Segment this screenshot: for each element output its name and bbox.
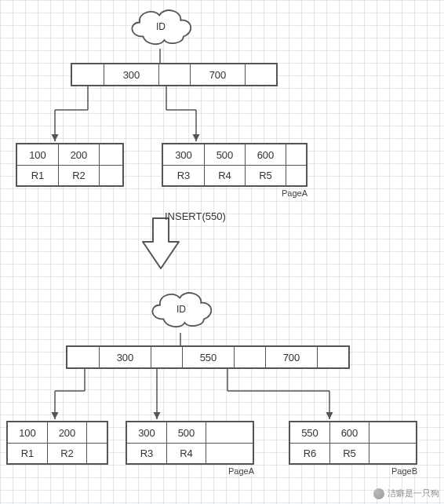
bottom-root-key: 700 (265, 347, 317, 367)
page-label: PageA (162, 187, 308, 198)
bottom-cloud: ID (146, 287, 217, 331)
leaf-ref: R3 (127, 443, 166, 463)
top-root-key: 700 (190, 64, 245, 85)
leaf-key: 200 (58, 144, 99, 165)
leaf-ref: R4 (166, 443, 206, 463)
leaf-ref: R5 (245, 165, 286, 185)
top-root: 300 700 (71, 63, 278, 86)
leaf-key: 500 (204, 144, 245, 165)
bottom-leaf-2: 300 500 R3 R4 PageA (126, 421, 254, 476)
leaf-ref: R4 (204, 165, 245, 185)
top-leaf-1: 100 200 R1 R2 (16, 143, 124, 187)
transition-arrow-icon (141, 217, 180, 272)
top-cloud-label: ID (156, 21, 166, 32)
bottom-root-key: 550 (182, 347, 234, 367)
page-label: PageA (126, 465, 254, 476)
leaf-key: 100 (17, 144, 58, 165)
top-leaf-2: 300 500 600 R3 R4 R5 PageA (162, 143, 308, 198)
leaf-ref: R2 (58, 165, 99, 185)
watermark: 洁癖是一只狗 (373, 488, 439, 499)
leaf-key: 300 (127, 422, 166, 443)
leaf-key: 200 (47, 422, 86, 443)
leaf-key: 550 (290, 422, 329, 443)
leaf-ref: R6 (290, 443, 329, 463)
bottom-cloud-label: ID (177, 304, 186, 315)
leaf-key: 500 (166, 422, 206, 443)
top-cloud: ID (126, 5, 196, 49)
watermark-icon (373, 488, 384, 499)
bottom-leaf-3: 550 600 R6 R5 PageB (289, 421, 417, 476)
leaf-ref: R1 (17, 165, 58, 185)
top-root-key: 300 (104, 64, 158, 85)
leaf-key: 100 (8, 422, 47, 443)
leaf-ref: R1 (8, 443, 47, 463)
leaf-ref: R2 (47, 443, 86, 463)
leaf-key: 300 (163, 144, 204, 165)
leaf-key: 600 (329, 422, 369, 443)
bottom-leaf-1: 100 200 R1 R2 (6, 421, 108, 465)
leaf-ref: R3 (163, 165, 204, 185)
leaf-ref: R5 (329, 443, 369, 463)
bottom-root-key: 300 (99, 347, 151, 367)
transition-label: INSERT(550) (165, 210, 226, 222)
bottom-root: 300 550 700 (66, 345, 350, 369)
watermark-text: 洁癖是一只狗 (388, 488, 439, 499)
diagram-canvas: ID 300 700 100 200 R1 R2 300 50 (0, 0, 444, 504)
page-label: PageB (289, 465, 417, 476)
leaf-key: 600 (245, 144, 286, 165)
